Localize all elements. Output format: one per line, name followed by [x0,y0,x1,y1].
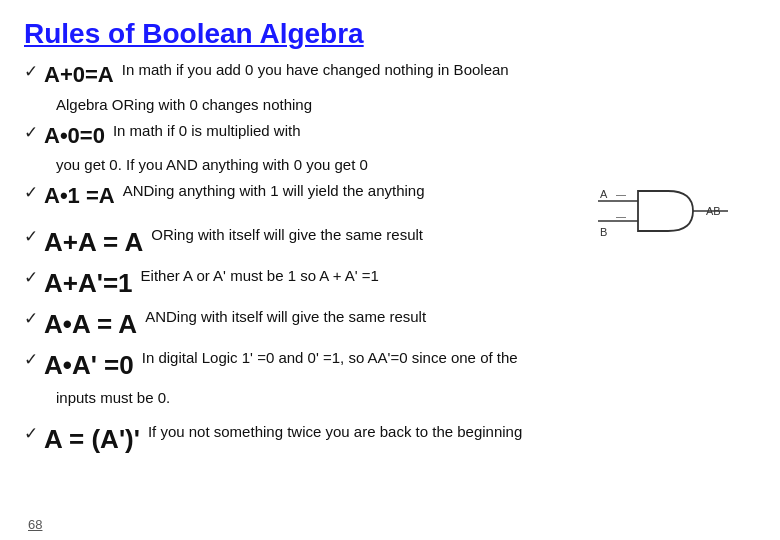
svg-text:B: B [600,226,607,238]
desc-4: ORing with itself will give the same res… [151,225,423,245]
desc-5: Either A or A' must be 1 so A + A' =1 [141,266,379,286]
checkmark-3: ✓ [24,182,38,205]
page-title: Rules of Boolean Algebra [24,18,756,50]
desc-2: In math if 0 is multiplied with [113,121,301,141]
formula-8: A = (A')' [44,422,140,457]
formula-6: A•A = A [44,307,137,342]
rule-2: ✓ A•0=0 In math if 0 is multiplied with … [24,121,756,176]
desc-7: In digital Logic 1' =0 and 0' =1, so AA'… [142,348,518,368]
checkmark-4: ✓ [24,226,38,249]
checkmark-7: ✓ [24,349,38,372]
subtext-7: inputs must be 0. [56,387,756,408]
svg-text:—: — [616,189,626,200]
formula-2: A•0=0 [44,121,105,151]
desc-8: If you not something twice you are back … [148,422,522,442]
checkmark-1: ✓ [24,61,38,84]
checkmark-5: ✓ [24,267,38,290]
rule-8: ✓ A = (A')' If you not something twice y… [24,422,756,457]
checkmark-2: ✓ [24,122,38,145]
svg-text:A: A [600,188,608,200]
subtext-1: Algebra ORing with 0 changes nothing [56,94,756,115]
desc-3: ANDing anything with 1 will yield the an… [123,181,425,201]
formula-5: A+A'=1 [44,266,133,301]
svg-text:AB: AB [706,205,721,217]
formula-4: A+A = A [44,225,143,260]
desc-1: In math if you add 0 you have changed no… [122,60,509,80]
and-gate-diagram: A B AB — — [598,183,738,243]
rule-7: ✓ A•A' =0 In digital Logic 1' =0 and 0' … [24,348,756,408]
page-number: 68 [28,517,42,532]
formula-1: A+0=A [44,60,114,90]
checkmark-8: ✓ [24,423,38,446]
page: Rules of Boolean Algebra ✓ A+0=A In math… [0,0,780,540]
rule-5: ✓ A+A'=1 Either A or A' must be 1 so A +… [24,266,756,301]
desc-6: ANDing with itself will give the same re… [145,307,426,327]
rule-1: ✓ A+0=A In math if you add 0 you have ch… [24,60,756,115]
rule-6: ✓ A•A = A ANDing with itself will give t… [24,307,756,342]
svg-text:—: — [616,211,626,222]
formula-3: A•1 =A [44,181,115,211]
subtext-2: you get 0. If you AND anything with 0 yo… [56,154,756,175]
formula-7: A•A' =0 [44,348,134,383]
checkmark-6: ✓ [24,308,38,331]
